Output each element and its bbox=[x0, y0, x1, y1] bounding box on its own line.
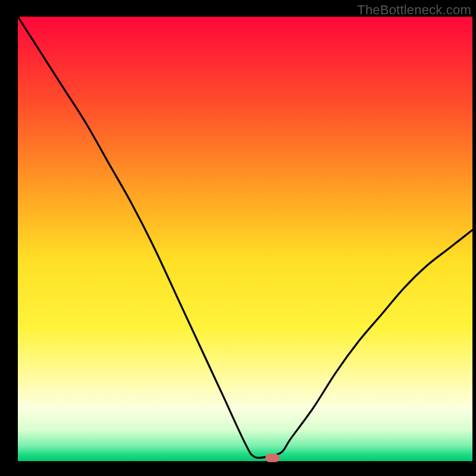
optimal-point-marker bbox=[265, 454, 280, 462]
watermark-text: TheBottleneck.com bbox=[357, 2, 471, 18]
bottleneck-chart bbox=[0, 0, 476, 476]
chart-frame bbox=[0, 0, 476, 476]
chart-plot-area bbox=[18, 17, 472, 461]
